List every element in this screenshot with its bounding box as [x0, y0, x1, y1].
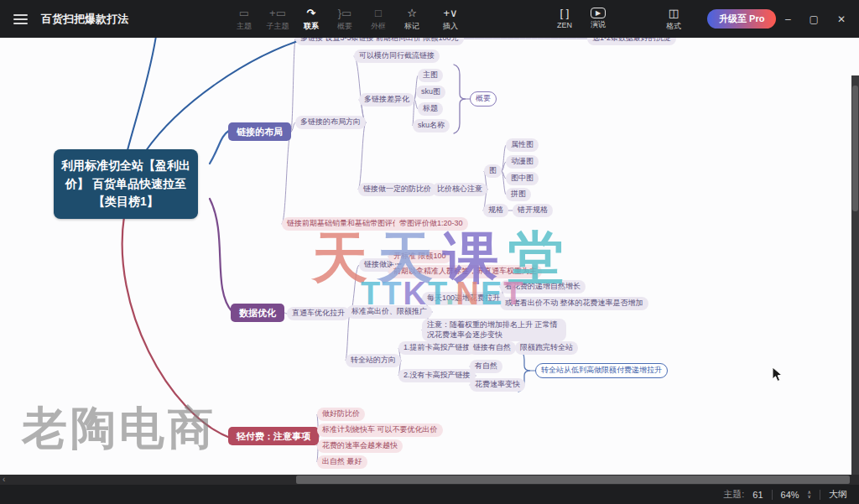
- mindmap-node-anti[interactable]: 链接做一定的防比价: [358, 183, 436, 196]
- mindmap-node-watchfee[interactable]: 看花费的递增自然增长: [500, 280, 586, 294]
- hamburger-menu-icon[interactable]: [13, 14, 28, 24]
- statusbar-divider: [772, 490, 773, 500]
- mindmap-node-stdplan[interactable]: 标准计划烧快车 可以不要优化出价: [317, 423, 443, 437]
- toolbar-marker-button[interactable]: ☆标记: [395, 6, 429, 32]
- subtopic-icon: +▭: [269, 6, 286, 20]
- toolbar-zen-button[interactable]: [ ]ZEN: [548, 6, 581, 29]
- mindmap-node-mainimg[interactable]: 主图: [418, 69, 443, 82]
- toolbar-topic-button[interactable]: ▭主题: [227, 6, 261, 32]
- toolbar-format-button[interactable]: ◫格式: [657, 6, 690, 32]
- toolbar-relationship-button[interactable]: ↷联系: [294, 6, 328, 32]
- horizontal-scrollbar[interactable]: ‹: [0, 475, 859, 485]
- vertical-scrollbar[interactable]: [851, 75, 859, 475]
- toolbar-summary-label: 概要: [337, 21, 352, 32]
- boundary-icon: □: [375, 6, 382, 20]
- marker-icon: ☆: [407, 6, 417, 20]
- mindmap-node-skuimg[interactable]: sku图: [416, 86, 445, 99]
- mindmap-node-pic[interactable]: 图: [484, 164, 502, 178]
- mindmap-node-std100[interactable]: 开标准 限额100: [388, 250, 451, 263]
- pitch-icon: ▶: [591, 8, 606, 18]
- mindmap-node-presale[interactable]: 链接前期基础销量和基础带图评价: [282, 217, 405, 231]
- mindmap-node-attr[interactable]: 属性图: [506, 138, 539, 152]
- mindmap-node-b1[interactable]: 链接的布局: [228, 122, 291, 141]
- toolbar-zen-label: ZEN: [557, 21, 572, 29]
- mindmap-node-select[interactable]: 选1-2条数据最好的沉淀: [587, 38, 676, 45]
- toolbar-relationship-label: 联系: [304, 21, 319, 32]
- mindmap-canvas[interactable]: 天天课堂 TTKT.NET 老陶电商 利用标准切全站【盈利出价】 百货单品快速拉…: [0, 38, 859, 475]
- close-button[interactable]: ✕: [837, 13, 846, 25]
- statusbar-divider: [820, 490, 820, 500]
- upgrade-pro-button[interactable]: 升级至 Pro: [707, 9, 776, 29]
- mindmap-node-quotadone[interactable]: 限额跑完转全站: [515, 341, 578, 355]
- toolbar-insert-label: 插入: [443, 21, 458, 32]
- mindmap-node-stagger[interactable]: 错开规格: [513, 204, 553, 217]
- toolbar-items: ▭主题+▭子主题↷联系}▭概要□外框☆标记+∨插入[ ]ZEN▶演说◫格式: [227, 6, 690, 32]
- minimize-button[interactable]: –: [785, 13, 791, 25]
- mindmap-node-spec[interactable]: 规格: [483, 204, 508, 217]
- mindmap-node-b3[interactable]: 轻付费：注意事项: [228, 427, 319, 445]
- mindmap-node-diff[interactable]: 多链接差异化: [359, 93, 414, 107]
- mindmap-node-picreview[interactable]: 带图评价做1:20-30: [394, 217, 468, 231]
- toolbar-pitch-label: 演说: [591, 19, 606, 30]
- mindmap-node-mimic[interactable]: 可以模仿同行截流链接: [354, 49, 440, 63]
- zen-icon: [ ]: [560, 6, 570, 20]
- summary-icon: }▭: [338, 6, 352, 20]
- mindmap-node-central[interactable]: 利用标准切全站【盈利出价】 百货单品快速拉至【类目榜1】: [54, 149, 198, 219]
- toolbar-insert-button[interactable]: +∨插入: [434, 6, 467, 32]
- mindmap-node-feefaster[interactable]: 花费的速率会越来越快: [317, 439, 403, 453]
- mindmap-node-car[interactable]: 直通车优化拉升: [287, 307, 350, 320]
- mindmap-node-watchbid[interactable]: 或者看出价不动 整体的花费速率是否增加: [500, 297, 648, 310]
- mindmap-node-anime[interactable]: 动漫图: [506, 155, 539, 169]
- mindmap-node-multilink[interactable]: 多链接 设置3-5条链接 前期相同出价 限额100元: [295, 38, 464, 45]
- toolbar: 百货扫把爆款打法 ▭主题+▭子主题↷联系}▭概要□外框☆标记+∨插入[ ]ZEN…: [0, 0, 859, 38]
- toolbar-boundary-button[interactable]: □外框: [362, 6, 395, 32]
- mindmap-node-nocard[interactable]: 2.没有卡高投产链接: [398, 369, 476, 382]
- toolbar-subtopic-label: 子主题: [267, 21, 289, 32]
- mindmap-node-anticore[interactable]: 比价核心注意: [432, 183, 487, 196]
- mindmap-node-b2[interactable]: 数据优化: [231, 304, 284, 322]
- mindmap-node-crowd[interactable]: 前期以拿精准人群标签，养直通车权重为主: [388, 265, 542, 278]
- mindmap-node-note[interactable]: 注意：随着权重的增加排名上升 正常情况花费速率会逐步变快: [422, 319, 566, 341]
- mindmap-node-daily100[interactable]: 每天100递增花费拉升: [422, 292, 505, 305]
- mindmap-node-skuname[interactable]: sku名称: [413, 119, 450, 132]
- mindmap-node-picinpic[interactable]: 图中图: [506, 172, 539, 185]
- toolbar-summary-button[interactable]: }▭概要: [328, 6, 362, 32]
- maximize-button[interactable]: ▢: [810, 13, 819, 25]
- mindmap-node-tosite[interactable]: 转全站的方向: [346, 354, 401, 367]
- mindmap-node-outline1[interactable]: 概要: [470, 91, 497, 107]
- document-title: 百货扫把爆款打法: [41, 12, 128, 27]
- zoom-level: 64%: [781, 490, 799, 500]
- window-controls: – ▢ ✕: [785, 13, 846, 25]
- toolbar-marker-label: 标记: [404, 21, 419, 32]
- toolbar-subtopic-button[interactable]: +▭子主题: [261, 6, 294, 32]
- scroll-left-arrow-icon[interactable]: ‹: [3, 475, 5, 485]
- mindmap-node-puzzle[interactable]: 拼图: [506, 188, 531, 201]
- xmind-window: 百货扫把爆款打法 ▭主题+▭子主题↷联系}▭概要□外框☆标记+∨插入[ ]ZEN…: [0, 0, 859, 504]
- toolbar-topic-label: 主题: [237, 21, 252, 32]
- mindmap-node-linknat[interactable]: 链接有自然: [468, 341, 516, 355]
- mindmap-node-precard[interactable]: 1.提前卡高投产链接: [398, 341, 476, 355]
- topic-count-value: 61: [752, 490, 763, 500]
- mindmap-node-natural[interactable]: 出自然 最好: [317, 455, 367, 469]
- mindmap-node-summary2[interactable]: 转全站从低到高做限额付费递增拉升: [535, 363, 668, 378]
- outline-button[interactable]: 大纲: [829, 488, 847, 501]
- toolbar-pitch-button[interactable]: ▶演说: [581, 6, 615, 30]
- mindmap-node-hasnat[interactable]: 有自然: [470, 360, 502, 373]
- mindmap-node-feefast[interactable]: 花费速率变快: [470, 378, 525, 392]
- vertical-scrollbar-thumb[interactable]: [852, 86, 858, 211]
- horizontal-scrollbar-thumb[interactable]: [296, 475, 850, 484]
- toolbar-format-label: 格式: [666, 21, 681, 32]
- mindmap-node-stdhigh[interactable]: 标准高出价、限额推广: [346, 305, 432, 319]
- relationship-icon: ↷: [307, 6, 316, 20]
- insert-icon: +∨: [443, 6, 457, 20]
- mindmap-node-ttl[interactable]: 标题: [418, 102, 443, 116]
- toolbar-boundary-label: 外框: [371, 21, 386, 32]
- zoom-stepper[interactable]: ∧ ∨: [808, 491, 811, 499]
- mindmap-node-guard[interactable]: 做好防比价: [317, 408, 365, 421]
- status-bar: 主题: 61 64% ∧ ∨ 大纲: [0, 485, 859, 504]
- format-icon: ◫: [669, 6, 679, 20]
- topic-count-label: 主题:: [723, 488, 744, 501]
- mindmap-node-layoutdir[interactable]: 多链接的布局方向: [295, 116, 366, 129]
- zoom-out-chevron-icon[interactable]: ∨: [808, 495, 811, 499]
- topic-icon: ▭: [239, 6, 249, 20]
